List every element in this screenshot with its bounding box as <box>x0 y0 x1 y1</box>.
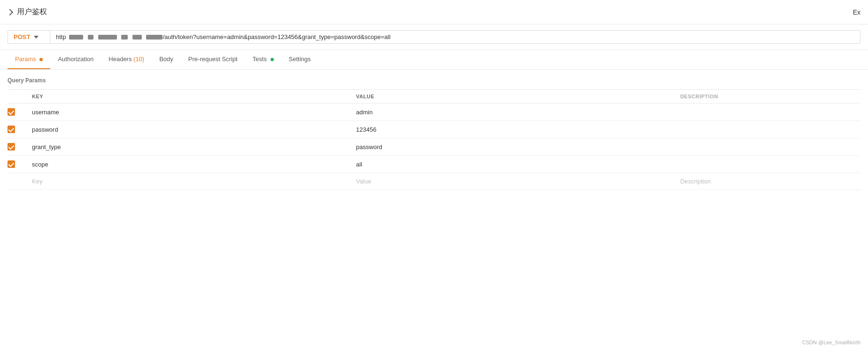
tab-body[interactable]: Body <box>152 50 181 69</box>
method-chevron-icon <box>34 36 39 39</box>
th-description: DESCRIPTION <box>674 90 860 103</box>
placeholder-row: KeyValueDescription <box>8 173 860 190</box>
row-2-value[interactable]: password <box>350 138 674 156</box>
tab-tests-dot <box>271 58 274 61</box>
row-3-key[interactable]: scope <box>26 156 350 173</box>
redact-4 <box>121 35 128 40</box>
url-bar: POST http /auth/token?username=admin&pas… <box>0 24 868 50</box>
row-checkbox-cell <box>8 138 26 156</box>
row-2-key[interactable]: grant_type <box>26 138 350 156</box>
placeholder-value[interactable]: Value <box>350 173 674 190</box>
params-table: KEY VALUE DESCRIPTION usernameadminpassw… <box>8 89 860 190</box>
row-2-description[interactable] <box>674 138 860 156</box>
url-input[interactable]: http /auth/token?username=admin&password… <box>50 30 860 44</box>
tab-params[interactable]: Params <box>8 50 50 69</box>
tab-authorization-label: Authorization <box>58 56 93 63</box>
row-0-value[interactable]: admin <box>350 103 674 121</box>
content-area: Query Params KEY VALUE DESCRIPTION usern… <box>0 70 868 190</box>
redact-1 <box>69 35 83 40</box>
th-checkbox <box>8 90 26 103</box>
placeholder-description[interactable]: Description <box>674 173 860 190</box>
tab-headers-label: Headers <box>108 56 133 63</box>
row-0-description[interactable] <box>674 103 860 121</box>
table-row: scopeall <box>8 156 860 173</box>
row-checkbox-cell <box>8 156 26 173</box>
table-row: grant_typepassword <box>8 138 860 156</box>
row-2-checkbox[interactable] <box>8 143 15 151</box>
url-redacted-part <box>66 33 163 40</box>
tab-pre-request-script[interactable]: Pre-request Script <box>181 50 245 69</box>
expand-icon[interactable] <box>7 8 13 15</box>
th-value: VALUE <box>350 90 674 103</box>
page-title: 用户鉴权 <box>17 7 47 17</box>
row-1-value[interactable]: 123456 <box>350 121 674 138</box>
row-0-checkbox[interactable] <box>8 108 15 116</box>
tab-tests-label: Tests <box>253 56 267 63</box>
row-1-key[interactable]: password <box>26 121 350 138</box>
table-row: password123456 <box>8 121 860 138</box>
tab-headers-count: (10) <box>133 56 144 63</box>
redact-2 <box>88 35 93 40</box>
ex-label: Ex <box>853 8 860 16</box>
row-3-checkbox[interactable] <box>8 160 15 168</box>
row-0-key[interactable]: username <box>26 103 350 121</box>
row-3-description[interactable] <box>674 156 860 173</box>
method-selector[interactable]: POST <box>8 30 50 44</box>
url-path: /auth/token?username=admin&password=1234… <box>163 33 390 40</box>
row-checkbox-cell <box>8 121 26 138</box>
row-checkbox-cell <box>8 103 26 121</box>
tab-headers[interactable]: Headers (10) <box>101 50 152 69</box>
footer-credit: CSDN @Lee_SmallNorth <box>802 340 860 345</box>
tab-params-dot <box>39 58 43 61</box>
tab-settings[interactable]: Settings <box>281 50 318 69</box>
th-key: KEY <box>26 90 350 103</box>
table-header-row: KEY VALUE DESCRIPTION <box>8 90 860 103</box>
placeholder-checkbox-cell <box>8 173 26 190</box>
tab-body-label: Body <box>159 56 173 63</box>
row-1-description[interactable] <box>674 121 860 138</box>
tab-authorization[interactable]: Authorization <box>50 50 101 69</box>
redact-3 <box>98 35 117 40</box>
tab-params-label: Params <box>15 56 36 63</box>
method-label: POST <box>14 33 30 40</box>
tab-settings-label: Settings <box>289 56 311 63</box>
redact-6 <box>146 35 163 40</box>
placeholder-key[interactable]: Key <box>26 173 350 190</box>
tabs-bar: Params Authorization Headers (10) Body P… <box>0 50 868 70</box>
tab-tests[interactable]: Tests <box>245 50 281 69</box>
redact-5 <box>132 35 142 40</box>
table-row: usernameadmin <box>8 103 860 121</box>
top-header: 用户鉴权 Ex <box>0 0 868 24</box>
url-prefix: http <box>56 33 66 40</box>
row-3-value[interactable]: all <box>350 156 674 173</box>
row-1-checkbox[interactable] <box>8 126 15 133</box>
tab-pre-request-label: Pre-request Script <box>188 56 238 63</box>
query-params-title: Query Params <box>8 77 860 84</box>
